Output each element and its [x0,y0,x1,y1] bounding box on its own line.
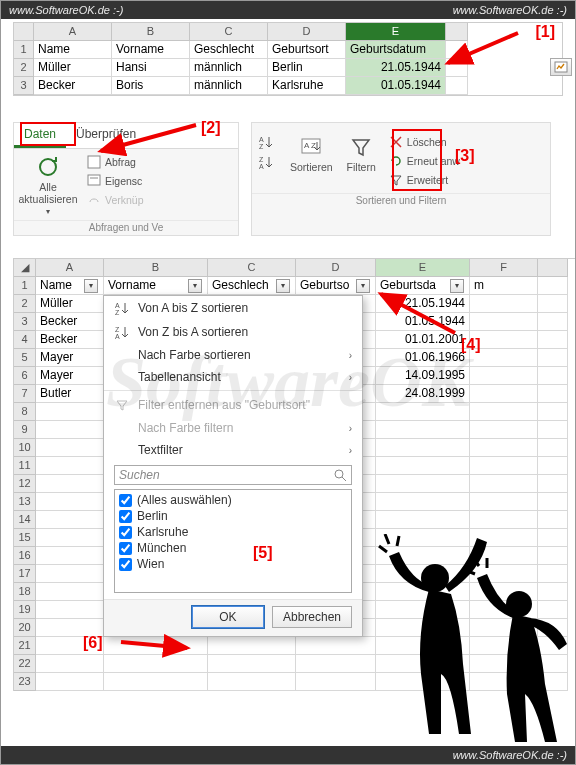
col-C[interactable]: C [190,23,268,41]
filter-check-item[interactable]: Berlin [119,508,347,524]
cell[interactable] [538,385,568,403]
row-10[interactable]: 10 [14,439,36,457]
cell[interactable]: Mayer [36,367,104,385]
row-18[interactable]: 18 [14,583,36,601]
text-filter-item[interactable]: Textfilter› [104,439,362,461]
reapply-item[interactable]: Erneut anw [386,152,462,170]
cell[interactable] [538,493,568,511]
cell[interactable]: Mayer [36,349,104,367]
cell[interactable]: Hansi [112,59,190,77]
cell[interactable] [538,403,568,421]
col-E[interactable]: E [376,259,470,277]
filter-check-item[interactable]: München [119,540,347,556]
row-3[interactable]: 3 [14,77,34,95]
sort-az-item[interactable]: AZ Von A bis Z sortieren [104,296,362,320]
cell[interactable] [36,547,104,565]
row-17[interactable]: 17 [14,565,36,583]
cell[interactable] [296,655,376,673]
col-A[interactable]: A [34,23,112,41]
row-22[interactable]: 22 [14,655,36,673]
row-15[interactable]: 15 [14,529,36,547]
row-9[interactable]: 9 [14,421,36,439]
row-20[interactable]: 20 [14,619,36,637]
cell-header[interactable]: Geburtso▾ [296,277,376,295]
cell[interactable] [36,439,104,457]
row-6[interactable]: 6 [14,367,36,385]
cell[interactable] [376,475,470,493]
cell[interactable]: Müller [36,295,104,313]
filter-search-input[interactable]: Suchen [114,465,352,485]
cell[interactable] [376,457,470,475]
cell[interactable] [36,601,104,619]
cell[interactable] [470,403,538,421]
quick-analysis-button[interactable] [550,58,572,76]
filter-check-item[interactable]: Karlsruhe [119,524,347,540]
cell[interactable] [538,457,568,475]
cell[interactable] [470,313,538,331]
col-B[interactable]: B [112,23,190,41]
row-19[interactable]: 19 [14,601,36,619]
col-C[interactable]: C [208,259,296,277]
cell[interactable] [470,511,538,529]
cell[interactable] [376,493,470,511]
cell[interactable]: Boris [112,77,190,95]
cell[interactable] [36,565,104,583]
filter-check-all[interactable]: (Alles auswählen) [119,492,347,508]
cell[interactable]: Geburtsort [268,41,346,59]
row-4[interactable]: 4 [14,331,36,349]
cell[interactable] [36,457,104,475]
cell[interactable] [470,493,538,511]
cell[interactable]: 01.06.1966 [376,349,470,367]
cell[interactable]: Butler [36,385,104,403]
cell[interactable] [538,421,568,439]
cell[interactable] [36,655,104,673]
cell[interactable]: 14.09.1995 [376,367,470,385]
cell[interactable] [296,637,376,655]
filter-dropdown-vorname[interactable]: ▾ [188,279,202,293]
cell[interactable] [36,475,104,493]
row-21[interactable]: 21 [14,637,36,655]
cell[interactable] [538,331,568,349]
row-11[interactable]: 11 [14,457,36,475]
cell[interactable]: Becker [34,77,112,95]
select-all-corner[interactable]: ◢ [14,259,36,277]
row-16[interactable]: 16 [14,547,36,565]
cell[interactable] [208,637,296,655]
row-12[interactable]: 12 [14,475,36,493]
cancel-button[interactable]: Abbrechen [272,606,352,628]
filter-value-list[interactable]: (Alles auswählen) Berlin Karlsruhe Münch… [114,489,352,593]
row-1[interactable]: 1 [14,41,34,59]
cell[interactable] [104,673,208,691]
col-B[interactable]: B [104,259,208,277]
row-1[interactable]: 1 [14,277,36,295]
cell[interactable] [538,367,568,385]
row-23[interactable]: 23 [14,673,36,691]
filter-check-item[interactable]: Wien [119,556,347,572]
cell[interactable] [36,583,104,601]
cell[interactable] [446,77,468,95]
col-E[interactable]: E [346,23,446,41]
refresh-all-button[interactable]: Alle aktualisieren ▾ [18,153,78,218]
row-14[interactable]: 14 [14,511,36,529]
cell[interactable]: männlich [190,77,268,95]
cell[interactable]: Name [34,41,112,59]
sort-za-button[interactable]: ZA [256,153,276,171]
cell[interactable]: 01.05.1944 [346,77,446,95]
advanced-item[interactable]: Erweitert [386,171,462,189]
cell[interactable]: Müller [34,59,112,77]
row-8[interactable]: 8 [14,403,36,421]
cell[interactable] [470,475,538,493]
col-A[interactable]: A [36,259,104,277]
cell[interactable] [208,673,296,691]
cell[interactable] [296,673,376,691]
cell[interactable] [36,673,104,691]
cell[interactable] [470,385,538,403]
col-F[interactable]: F [470,259,538,277]
cell[interactable]: Becker [36,331,104,349]
row-3[interactable]: 3 [14,313,36,331]
cell[interactable]: Berlin [268,59,346,77]
filter-dropdown-geburtsort[interactable]: ▾ [356,279,370,293]
cell[interactable] [208,655,296,673]
sort-button[interactable]: A Z Sortieren [286,133,337,175]
cell[interactable] [470,421,538,439]
